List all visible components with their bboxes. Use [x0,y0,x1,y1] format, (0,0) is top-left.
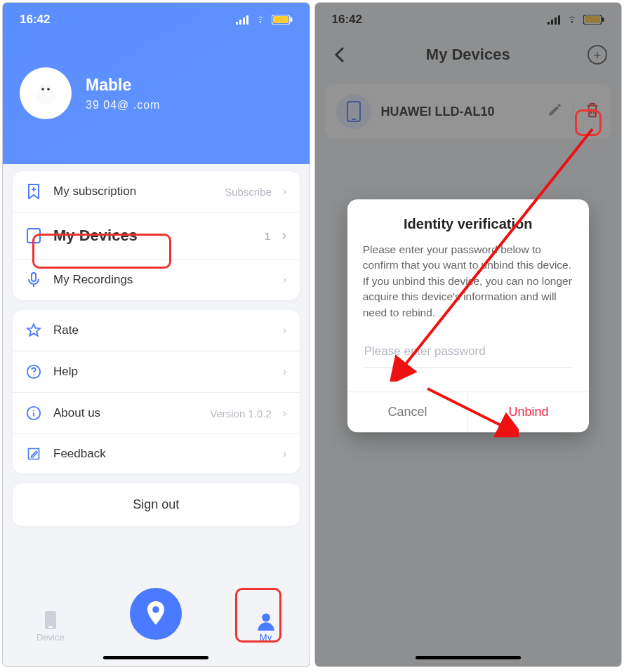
menu-rate[interactable]: Rate › [13,310,300,351]
password-input[interactable] [363,337,573,368]
chevron-right-icon: › [283,273,287,287]
screen-my-page: 16:42 Mable 39 04@ .com My subscription … [3,3,310,666]
home-indicator [416,656,521,659]
svg-rect-18 [48,626,53,628]
status-icons [235,15,293,25]
menu-my-devices[interactable]: My Devices 1 › [13,212,300,259]
tab-device[interactable]: Device [36,610,65,643]
tab-my[interactable]: My [256,611,276,643]
menu-help[interactable]: Help › [13,351,300,392]
tab-label: Device [36,632,65,643]
edit-icon [27,447,41,461]
tablet-icon [25,227,42,244]
svg-rect-12 [32,273,36,281]
chevron-right-icon: › [283,365,287,379]
identity-verification-dialog: Identity verification Please enter your … [347,199,589,432]
menu-feedback[interactable]: Feedback › [13,434,300,473]
chevron-right-icon: › [283,447,287,461]
signal-icon [235,15,249,25]
screen-my-devices: 16:42 My Devices ＋ HUAWEI LLD-AL10 [315,3,622,666]
menu-label: Rate [53,323,272,337]
menu-about[interactable]: About us Version 1.0.2 › [13,392,300,434]
cancel-button[interactable]: Cancel [347,393,469,433]
settings-content: My subscription Subscribe › My Devices 1… [3,164,310,532]
svg-point-16 [33,410,34,411]
bookmark-plus-icon [27,184,41,199]
home-indicator [103,656,208,659]
profile-email: 39 04@ .com [86,99,160,112]
menu-label: My Devices [53,227,253,245]
svg-point-9 [48,84,52,88]
tab-bar: Device My [3,582,310,666]
svg-rect-2 [291,18,293,22]
chevron-right-icon: › [283,323,287,337]
star-icon [26,323,41,338]
info-icon [26,405,41,421]
battery-icon [272,15,293,25]
menu-subscription[interactable]: My subscription Subscribe › [13,171,300,212]
sign-out-button[interactable]: Sign out [13,483,300,526]
chevron-right-icon: › [283,406,287,420]
dialog-title: Identity verification [363,216,573,232]
menu-label: About us [53,406,199,420]
devices-count: 1 [265,230,270,242]
svg-point-11 [33,239,35,241]
profile-name: Mable [86,76,160,95]
svg-rect-1 [273,16,288,23]
help-icon [26,364,41,379]
menu-label: Feedback [53,447,272,461]
profile-row[interactable]: Mable 39 04@ .com [20,67,293,119]
unbind-button[interactable]: Unbind [468,393,589,433]
menu-label: Help [53,365,272,379]
phone-icon [42,610,59,631]
menu-label: My subscription [53,184,213,199]
tab-locate[interactable] [130,588,182,640]
person-icon [256,611,276,631]
svg-point-14 [33,375,34,376]
chevron-right-icon: › [281,227,286,245]
subscription-action: Subscribe [225,186,272,198]
menu-recordings[interactable]: My Recordings › [13,259,300,300]
wifi-icon [253,15,267,25]
clock: 16:42 [20,13,50,27]
location-pin-icon [145,601,166,626]
version-text: Version 1.0.2 [210,408,272,419]
svg-point-19 [262,614,270,622]
menu-label: My Recordings [53,273,272,287]
dialog-message: Please enter your password below to conf… [363,242,573,321]
svg-point-8 [39,84,44,88]
status-bar: 16:42 [20,3,293,36]
chevron-right-icon: › [283,184,287,199]
profile-header: 16:42 Mable 39 04@ .com [3,3,310,164]
mic-icon [27,272,41,288]
tab-label: My [260,632,272,643]
avatar[interactable] [20,67,72,119]
